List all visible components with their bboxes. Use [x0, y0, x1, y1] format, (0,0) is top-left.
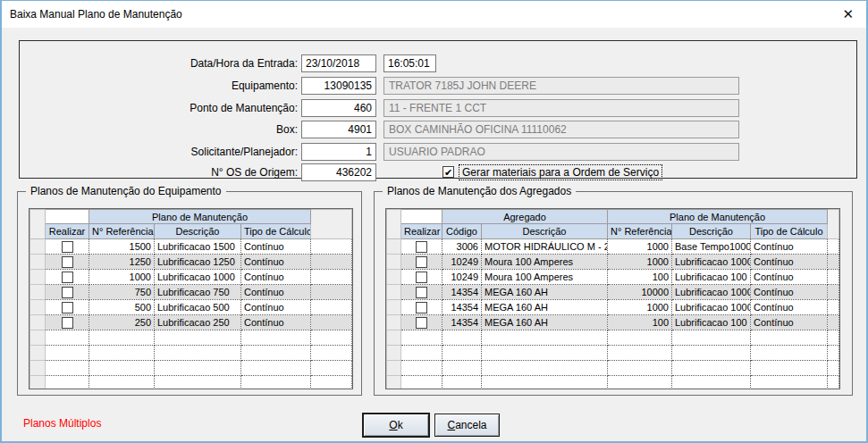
table-row[interactable]: 750Lubrificacao 750Contínuo: [30, 285, 352, 300]
row-header-cell: [387, 300, 401, 315]
realizar-cell: [401, 239, 442, 255]
form-row-box: Box: BOX CAMINHÃO OFICINA 11110062: [20, 121, 856, 138]
filler-cell: [828, 330, 839, 346]
cell-desc: [672, 376, 751, 390]
cell-agregado: [482, 361, 608, 376]
realizar-checkbox[interactable]: [416, 317, 427, 329]
cell-agregado: [482, 330, 608, 346]
cell-ref: 100: [608, 270, 672, 285]
realizar-checkbox[interactable]: [62, 317, 73, 329]
cell-tipo: Contínuo: [751, 315, 828, 330]
table-row[interactable]: 3006MOTOR HIDRÁULICO M - 241000Base Temp…: [387, 239, 839, 255]
realizar-checkbox[interactable]: [416, 302, 427, 313]
realizar-cell: [46, 346, 89, 361]
table-row[interactable]: 10249Moura 100 Amperes1000Lubrificacao 1…: [387, 255, 839, 270]
row-header-cell: [387, 285, 401, 300]
cell-agregado: Moura 100 Amperes: [482, 255, 608, 270]
filler-cell: [311, 270, 352, 285]
cell-desc: Lubrificacao 1000: [672, 255, 751, 270]
ok-button[interactable]: Ok: [363, 414, 429, 437]
row-header-cell: [30, 330, 46, 346]
table-row[interactable]: 1250Lubrificacao 1250Contínuo: [30, 255, 352, 270]
realizar-checkbox[interactable]: [62, 272, 73, 283]
table-row[interactable]: 1000Lubrificacao 1000Contínuo: [30, 270, 352, 285]
cell-desc: Lubrificacao 1000: [672, 300, 751, 315]
cell-agregado: MEGA 160 AH: [482, 300, 608, 315]
os-origem-input[interactable]: [301, 163, 376, 181]
realizar-cell: [46, 300, 89, 315]
table-row[interactable]: 14354MEGA 160 AH10000Lubrificacao 10000C…: [387, 285, 839, 300]
equipamento-input[interactable]: [301, 77, 376, 95]
realizar-cell: [401, 361, 442, 376]
cell-tipo: Contínuo: [241, 300, 311, 315]
close-icon[interactable]: ✕: [842, 1, 854, 27]
box-input[interactable]: [301, 121, 376, 138]
equip-plans-grid: Plano de Manutenção Realizar N° Referênc…: [29, 208, 353, 389]
cell-ref: [608, 361, 672, 376]
col-header-desc-plano: Descrição: [672, 224, 751, 239]
row-header-cell: [387, 346, 401, 361]
filler-cell: [828, 300, 839, 315]
cell-desc: Base Tempo1000: [672, 239, 751, 255]
gerar-materiais-checkbox[interactable]: ✔: [442, 166, 454, 178]
cell-tipo: Contínuo: [241, 239, 311, 255]
row-header-cell: [30, 285, 46, 300]
cell-desc: [672, 346, 751, 361]
ponto-input[interactable]: [301, 99, 376, 117]
row-header-cell: [387, 361, 401, 376]
realizar-checkbox[interactable]: [416, 272, 427, 283]
filler-cell: [828, 315, 839, 330]
table-row[interactable]: 14354MEGA 160 AH100Lubrificacao 100Contí…: [387, 315, 839, 330]
realizar-checkbox[interactable]: [416, 241, 427, 253]
col-header-tipo: Tipo de Cálculo: [241, 224, 311, 239]
hora-entrada-input[interactable]: [383, 54, 436, 72]
table-row[interactable]: 14354MEGA 160 AH1000Lubrificacao 1000Con…: [387, 300, 839, 315]
cell-codigo: 10249: [442, 270, 482, 285]
table-row[interactable]: 10249Moura 100 Amperes100Lubrificacao 10…: [387, 270, 839, 285]
cancel-button[interactable]: Cancela: [434, 414, 500, 437]
cell-tipo: [241, 361, 311, 376]
data-entrada-input[interactable]: [301, 54, 376, 72]
filler-cell: [828, 376, 839, 390]
realizar-cell: [46, 376, 89, 390]
realizar-cell: [401, 300, 442, 315]
realizar-cell: [401, 255, 442, 270]
window-title: Baixa Manual Plano de Manutenção: [10, 1, 182, 28]
solicitante-input[interactable]: [301, 143, 376, 161]
realizar-checkbox[interactable]: [416, 287, 427, 298]
blank-header-cell: [401, 210, 442, 224]
table-row-empty: [387, 346, 839, 361]
table-row[interactable]: 500Lubrificacao 500Contínuo: [30, 300, 352, 315]
realizar-cell: [401, 346, 442, 361]
ponto-desc-field: 11 - FRENTE 1 CCT: [383, 99, 739, 117]
cell-codigo: 3006: [442, 239, 482, 255]
realizar-checkbox[interactable]: [62, 241, 73, 253]
row-header-cell: [30, 346, 46, 361]
cell-ref: 1250: [89, 255, 155, 270]
realizar-checkbox[interactable]: [416, 256, 427, 268]
cell-desc: [155, 330, 241, 346]
cell-ref: [89, 376, 155, 390]
table-row[interactable]: 1500Lubrificacao 1500Contínuo: [30, 239, 352, 255]
realizar-checkbox[interactable]: [62, 287, 73, 298]
filler-cell: [311, 285, 352, 300]
cell-codigo: 14354: [442, 285, 482, 300]
cell-desc: Lubrificacao 10000: [672, 285, 751, 300]
realizar-checkbox[interactable]: [62, 302, 73, 313]
col-header-desc-agregado: Descrição: [482, 224, 608, 239]
cell-agregado: MEGA 160 AH: [482, 315, 608, 330]
filler-cell: [311, 315, 352, 330]
row-header-cell: [30, 255, 46, 270]
cell-ref: 1000: [608, 255, 672, 270]
realizar-checkbox[interactable]: [62, 256, 73, 268]
cell-agregado: MEGA 160 AH: [482, 285, 608, 300]
dialog-window: Baixa Manual Plano de Manutenção ✕ Data/…: [0, 0, 868, 443]
cell-desc: [672, 361, 751, 376]
table-row[interactable]: 250Lubrificacao 250Contínuo: [30, 315, 352, 330]
filler-cell: [311, 330, 352, 346]
filler-cell: [311, 376, 352, 390]
col-header-desc: Descrição: [155, 224, 241, 239]
realizar-cell: [401, 315, 442, 330]
col-header-codigo: Código: [442, 224, 482, 239]
gerar-materiais-label[interactable]: Gerar materiais para a Ordem de Serviço: [459, 164, 662, 180]
